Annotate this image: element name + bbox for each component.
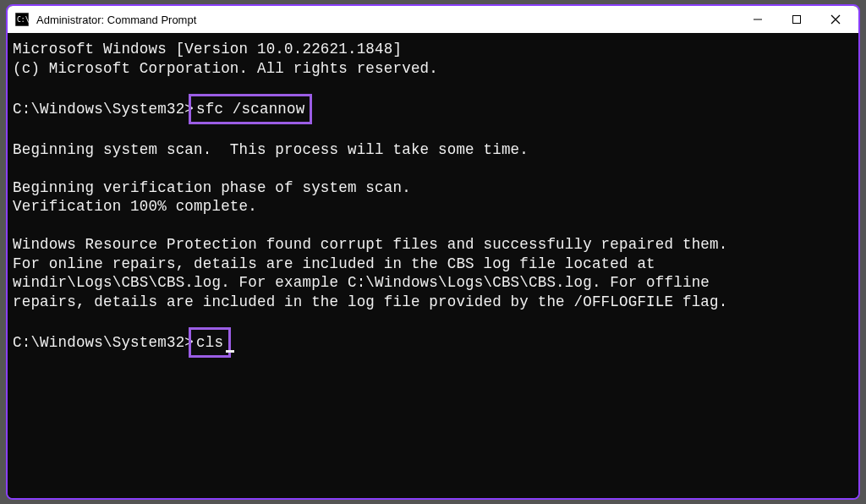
blank-line: [13, 159, 853, 178]
command-text: sfc /scannow: [196, 101, 304, 118]
highlight-cls: cls: [189, 327, 231, 359]
svg-rect-3: [793, 16, 801, 24]
output-line: Beginning verification phase of system s…: [13, 178, 853, 198]
titlebar[interactable]: C:\ Administrator: Command Prompt: [8, 6, 858, 33]
highlight-sfc: sfc /scannow: [189, 94, 312, 125]
command-prompt-window: C:\ Administrator: Command Prompt Micros…: [6, 4, 860, 500]
cursor-icon: [226, 350, 234, 353]
terminal-output[interactable]: Microsoft Windows [Version 10.0.22621.18…: [8, 33, 858, 498]
cmd-icon: C:\: [14, 12, 30, 27]
output-line: Beginning system scan. This process will…: [13, 140, 853, 160]
window-controls: [738, 7, 855, 32]
close-button[interactable]: [816, 7, 855, 32]
command-text: cls: [196, 334, 223, 351]
output-line: Windows Resource Protection found corrup…: [13, 235, 853, 255]
minimize-button[interactable]: [738, 7, 777, 32]
window-title: Administrator: Command Prompt: [36, 14, 738, 26]
prompt-line-2: C:\Windows\System32>cls: [13, 331, 853, 355]
blank-line: [13, 311, 853, 331]
blank-line: [13, 78, 853, 97]
output-line: Verification 100% complete.: [13, 197, 853, 216]
header-line: Microsoft Windows [Version 10.0.22621.18…: [13, 40, 853, 59]
prompt-prefix: C:\Windows\System32>: [13, 101, 194, 118]
output-line: windir\Logs\CBS\CBS.log. For example C:\…: [13, 273, 853, 293]
prompt-line-1: C:\Windows\System32>sfc /scannow: [13, 97, 853, 122]
svg-text:C:\: C:\: [17, 16, 29, 24]
blank-line: [13, 121, 853, 140]
maximize-button[interactable]: [777, 7, 816, 32]
prompt-prefix: C:\Windows\System32>: [13, 334, 194, 351]
output-line: For online repairs, details are included…: [13, 255, 853, 274]
copyright-line: (c) Microsoft Corporation. All rights re…: [13, 59, 853, 79]
blank-line: [13, 216, 853, 236]
output-line: repairs, details are included in the log…: [13, 293, 853, 312]
